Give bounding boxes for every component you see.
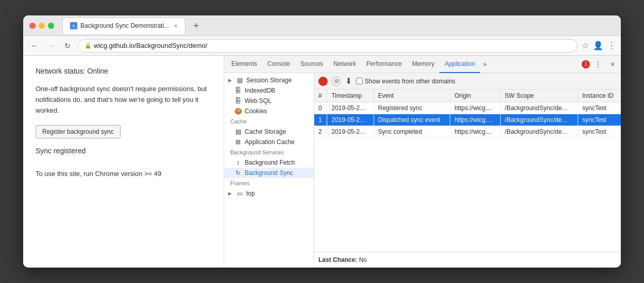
sidebar-item-label: Application Cache [245,138,295,146]
bookmark-icon[interactable]: ☆ [582,41,589,50]
sidebar-item-top-frame[interactable]: ▶ ▭ top [224,188,314,199]
tab-title: Background Sync Demonstrati... [80,22,169,29]
cell-1: 2019-05-2… [327,102,374,114]
address-bar: ← → ↻ 🔒 wicg.github.io/BackgroundSync/de… [23,36,621,56]
cell-0: 0 [314,102,327,114]
page-content: Network status: Online One-off backgroun… [23,56,224,268]
sidebar-item-background-fetch[interactable]: ↕ Background Fetch [224,157,314,168]
devtools-sidebar: ▶ ▤ Session Storage 🗄 IndexedDB 🗄 Web SQ… [224,73,314,268]
table-row[interactable]: 02019-05-2…Registered synchttps://wicg..… [314,102,621,114]
sidebar-item-label: Cookies [245,108,267,115]
tab-console[interactable]: Console [262,56,295,73]
background-fetch-icon: ↕ [234,159,242,166]
devtools-panel: Elements Console Sources Network Perform… [224,56,621,268]
last-chance-value: No [359,256,367,263]
new-tab-button[interactable]: + [190,21,204,30]
browser-content: Network status: Online One-off backgroun… [23,56,621,268]
tab-sources[interactable]: Sources [295,56,328,73]
tab-elements[interactable]: Elements [226,56,262,73]
sidebar-item-background-sync[interactable]: ↻ Background Sync [224,168,314,178]
maximize-traffic-light[interactable] [48,23,54,29]
devtools-settings-icon[interactable]: ⋮ [592,58,604,70]
cell-1: 2019-05-2… [327,126,374,138]
sidebar-item-label: top [246,190,255,197]
title-bar: S Background Sync Demonstrati... × + [23,15,621,36]
session-storage-icon: ▤ [236,77,243,84]
browser-window: S Background Sync Demonstrati... × + ← →… [23,15,621,268]
table-row[interactable]: 12019-05-2…Dispatched sync eventhttps://… [314,114,621,126]
url-bar[interactable]: 🔒 wicg.github.io/BackgroundSync/demo/ [78,39,578,52]
show-events-checkbox-label[interactable]: Show events from other domains [356,78,455,85]
close-traffic-light[interactable] [29,23,36,29]
sidebar-item-application-cache[interactable]: ⊞ Application Cache [224,137,314,147]
cell-0: 1 [314,114,327,126]
indexeddb-icon: 🗄 [234,87,242,94]
events-data-table: # Timestamp Event Origin SW Scope Instan… [314,90,621,138]
forward-button[interactable]: → [45,40,57,52]
clear-button[interactable]: ⊘ [332,77,341,86]
profile-icon[interactable]: 👤 [593,41,603,50]
sidebar-item-label: Background Sync [245,169,293,176]
tab-memory[interactable]: Memory [407,56,439,73]
traffic-lights [29,23,54,29]
table-row[interactable]: 22019-05-2…Sync completedhttps://wicg...… [314,126,621,138]
tab-close-button[interactable]: × [174,23,177,29]
devtools-main-panel: ⊘ ⬇ Show events from other domains # [314,73,621,268]
sidebar-item-cache-storage[interactable]: ▤ Cache Storage [224,127,314,137]
tab-application[interactable]: Application [439,56,480,73]
frame-icon: ▭ [236,190,243,197]
register-background-sync-button[interactable]: Register background sync [36,125,121,138]
sidebar-item-session-storage[interactable]: ▶ ▤ Session Storage [224,75,314,85]
minimize-traffic-light[interactable] [39,23,45,29]
devtools-toolbar-right: 1 ⋮ × [582,58,619,70]
tab-performance[interactable]: Performance [361,56,407,73]
websql-icon: 🗄 [234,97,242,104]
cell-0: 2 [314,126,327,138]
last-chance-label: Last Chance: [318,256,357,263]
bg-services-section-label: Background Services [224,147,314,157]
chrome-version-note: To use this site, run Chrome version >= … [36,169,211,179]
sidebar-item-label: Web SQL [245,97,272,104]
arrow-icon: ▶ [228,78,232,83]
sidebar-item-websql[interactable]: 🗄 Web SQL [224,96,314,106]
sidebar-item-indexeddb[interactable]: 🗄 IndexedDB [224,85,314,96]
sidebar-item-cookies[interactable]: 🍪 Cookies [224,106,314,116]
col-sw-scope: SW Scope [500,90,578,102]
sidebar-item-label: Cache Storage [245,128,286,135]
sidebar-item-label: IndexedDB [245,87,275,94]
show-events-checkbox[interactable] [356,78,363,84]
browser-tab[interactable]: S Background Sync Demonstrati... × [62,17,185,34]
download-button[interactable]: ⬇ [345,76,352,86]
lock-icon: 🔒 [84,42,92,49]
col-timestamp: Timestamp [327,90,374,102]
table-header-row: # Timestamp Event Origin SW Scope Instan… [314,90,621,102]
reload-button[interactable]: ↻ [61,40,74,52]
devtools-close-button[interactable]: × [606,58,619,70]
background-sync-icon: ↻ [234,169,242,176]
cell-4: /BackgroundSync/de… [500,102,578,114]
record-stop-button[interactable] [318,77,328,86]
col-event: Event [374,90,450,102]
cookies-icon: 🍪 [234,108,242,115]
sidebar-item-label: Background Fetch [245,159,295,166]
network-status: Network status: Online [36,66,211,77]
cache-storage-icon: ▤ [234,128,242,135]
sidebar-item-label: Session Storage [246,77,292,84]
address-bar-icons: ☆ 👤 ⋮ [582,41,616,50]
devtools-body: ▶ ▤ Session Storage 🗄 IndexedDB 🗄 Web SQ… [224,73,621,268]
cell-4: /BackgroundSync/de… [500,126,578,138]
application-cache-icon: ⊞ [234,138,242,146]
frame-arrow-icon: ▶ [228,191,232,196]
frames-section-label: Frames [224,178,314,188]
page-description: One-off background sync doesn't require … [36,84,211,116]
cell-2: Sync completed [374,126,450,138]
cell-4: /BackgroundSync/de… [500,114,578,126]
cell-1: 2019-05-2… [327,114,374,126]
col-origin: Origin [450,90,500,102]
tab-network[interactable]: Network [328,56,361,73]
cell-5: syncTest [578,114,621,126]
events-table[interactable]: # Timestamp Event Origin SW Scope Instan… [314,90,621,252]
back-button[interactable]: ← [28,40,41,52]
more-tabs-button[interactable]: » [480,61,490,68]
menu-icon[interactable]: ⋮ [607,41,616,50]
